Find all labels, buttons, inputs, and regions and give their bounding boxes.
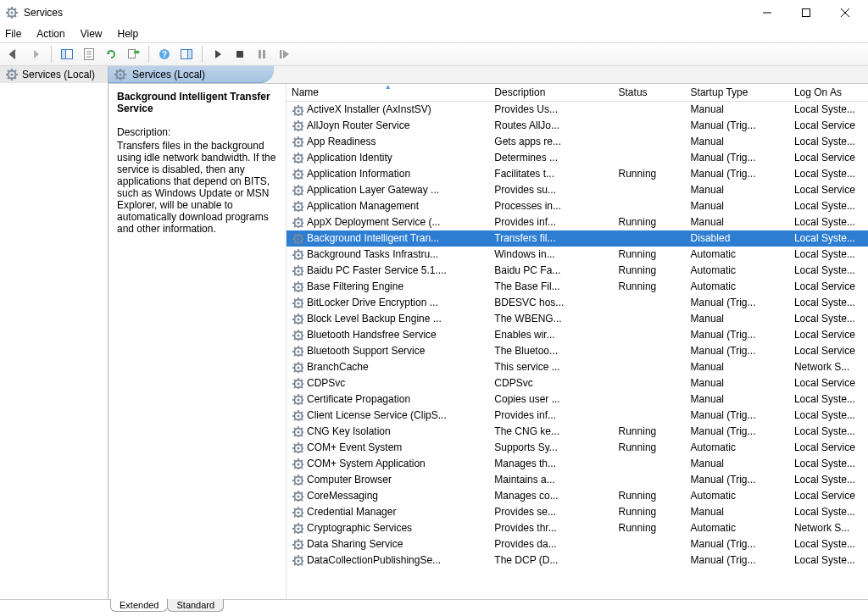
service-row[interactable]: Application ManagementProcesses in...Man… — [287, 198, 868, 214]
svg-rect-26 — [259, 50, 261, 58]
service-list: Name▲ Description Status Startup Type Lo… — [287, 84, 868, 569]
restart-service-button[interactable] — [274, 44, 294, 64]
cell-startup: Disabled — [686, 230, 789, 247]
cell-status — [614, 295, 686, 311]
service-row[interactable]: Background Intelligent Tran...Transfers … — [287, 230, 868, 247]
service-row[interactable]: Credential ManagerProvides se...RunningM… — [287, 504, 868, 520]
service-row[interactable]: CDPSvcCDPSvcManualLocal Service — [287, 375, 868, 391]
gear-icon — [292, 345, 303, 357]
service-row[interactable]: Baidu PC Faster Service 5.1....Baidu PC … — [287, 263, 868, 279]
cell-status: Running — [614, 520, 686, 536]
show-hide-tree-button[interactable] — [57, 44, 77, 64]
tab-standard[interactable]: Standard — [167, 599, 224, 612]
menu-view[interactable]: View — [81, 28, 103, 40]
cell-description: The WBENG... — [489, 311, 613, 327]
service-row[interactable]: Block Level Backup Engine ...The WBENG..… — [287, 311, 868, 327]
forward-button[interactable] — [25, 44, 46, 64]
service-list-scroll[interactable]: Name▲ Description Status Startup Type Lo… — [287, 84, 868, 599]
column-header-description[interactable]: Description — [489, 84, 613, 102]
service-row[interactable]: AppX Deployment Service (...Provides inf… — [287, 214, 868, 230]
gear-icon — [292, 152, 303, 164]
minimize-button[interactable] — [748, 0, 787, 25]
export-list-button[interactable] — [123, 44, 143, 64]
cell-description: CDPSvc — [489, 375, 613, 391]
cell-name: Application Layer Gateway ... — [287, 182, 489, 198]
column-header-status[interactable]: Status — [614, 84, 686, 102]
gear-icon — [292, 297, 303, 308]
gear-icon — [292, 168, 303, 180]
properties-button[interactable] — [79, 44, 99, 64]
gear-icon — [292, 538, 303, 550]
service-row[interactable]: Data Sharing ServiceProvides da...Manual… — [287, 536, 868, 552]
stop-service-button[interactable] — [230, 44, 250, 64]
column-header-name[interactable]: Name▲ — [287, 84, 489, 102]
tree-root-item[interactable]: Services (Local) — [0, 66, 108, 83]
svg-rect-24 — [188, 50, 192, 59]
help-button[interactable]: ? — [154, 44, 175, 64]
service-row[interactable]: Client License Service (ClipS...Provides… — [287, 408, 868, 424]
cell-logon: Local Syste... — [789, 536, 868, 552]
cell-description: Manages co... — [489, 488, 613, 504]
cell-logon: Local Syste... — [789, 134, 868, 150]
cell-startup: Manual — [686, 311, 789, 327]
cell-startup: Automatic — [686, 520, 789, 536]
service-row[interactable]: CoreMessagingManages co...RunningAutomat… — [287, 488, 868, 504]
cell-status — [614, 134, 686, 150]
service-row[interactable]: COM+ System ApplicationManages th...Manu… — [287, 456, 868, 472]
cell-logon: Local Syste... — [789, 214, 868, 230]
start-service-button[interactable] — [208, 44, 228, 64]
cell-logon: Network S... — [789, 520, 868, 536]
service-row[interactable]: Computer BrowserMaintains a...Manual (Tr… — [287, 472, 868, 488]
column-header-startup[interactable]: Startup Type — [686, 84, 789, 102]
service-row[interactable]: BitLocker Drive Encryption ...BDESVC hos… — [287, 295, 868, 311]
cell-status — [614, 408, 686, 424]
toolbar-separator — [51, 46, 52, 63]
column-header-logon[interactable]: Log On As — [789, 84, 868, 102]
cell-name: Background Intelligent Tran... — [287, 230, 489, 247]
gear-icon — [292, 474, 303, 486]
service-row[interactable]: Bluetooth Handsfree ServiceEnables wir..… — [287, 327, 868, 343]
cell-logon: Local Service — [789, 327, 868, 343]
service-row[interactable]: Cryptographic ServicesProvides thr...Run… — [287, 520, 868, 536]
cell-status: Running — [614, 424, 686, 440]
cell-name: Application Information — [287, 166, 489, 182]
service-row[interactable]: Application IdentityDetermines ...Manual… — [287, 150, 868, 166]
cell-startup: Manual — [686, 456, 789, 472]
menu-file[interactable]: File — [5, 28, 21, 40]
maximize-button[interactable] — [787, 0, 826, 25]
service-row[interactable]: CNG Key IsolationThe CNG ke...RunningMan… — [287, 424, 868, 440]
service-row[interactable]: ActiveX Installer (AxInstSV)Provides Us.… — [287, 102, 868, 118]
menu-help[interactable]: Help — [118, 28, 139, 40]
service-row[interactable]: COM+ Event SystemSupports Sy...RunningAu… — [287, 440, 868, 456]
service-row[interactable]: App ReadinessGets apps re...ManualLocal … — [287, 134, 868, 150]
service-row[interactable]: Certificate PropagationCopies user ...Ma… — [287, 391, 868, 408]
cell-name: Base Filtering Engine — [287, 279, 489, 295]
cell-logon: Local Syste... — [789, 472, 868, 488]
service-row[interactable]: BranchCacheThis service ...ManualNetwork… — [287, 359, 868, 375]
close-button[interactable] — [826, 0, 865, 25]
menu-action[interactable]: Action — [36, 28, 64, 40]
action-pane-button[interactable] — [176, 44, 197, 64]
pause-service-button[interactable] — [252, 44, 272, 64]
cell-logon: Local Syste... — [789, 102, 868, 118]
cell-startup: Manual (Trig... — [686, 424, 789, 440]
cell-status: Running — [614, 440, 686, 456]
service-row[interactable]: Base Filtering EngineThe Base Fil...Runn… — [287, 279, 868, 295]
service-row[interactable]: Application Layer Gateway ...Provides su… — [287, 182, 868, 198]
gear-icon — [292, 506, 303, 518]
cell-startup: Automatic — [686, 440, 789, 456]
gear-icon — [292, 184, 303, 196]
service-row[interactable]: Application InformationFacilitates t...R… — [287, 166, 868, 182]
service-row[interactable]: AllJoyn Router ServiceRoutes AllJo...Man… — [287, 118, 868, 134]
cell-logon: Local Service — [789, 488, 868, 504]
service-row[interactable]: DataCollectionPublishingSe...The DCP (D.… — [287, 552, 868, 569]
tab-extended[interactable]: Extended — [110, 599, 168, 612]
cell-name: Block Level Backup Engine ... — [287, 311, 489, 327]
back-button[interactable] — [3, 44, 24, 64]
service-row[interactable]: Background Tasks Infrastru...Windows in.… — [287, 247, 868, 263]
cell-name: Bluetooth Handsfree Service — [287, 327, 489, 343]
cell-description: Determines ... — [489, 150, 613, 166]
gear-icon — [292, 361, 303, 373]
service-row[interactable]: Bluetooth Support ServiceThe Bluetoo...M… — [287, 343, 868, 359]
refresh-button[interactable] — [101, 44, 121, 64]
